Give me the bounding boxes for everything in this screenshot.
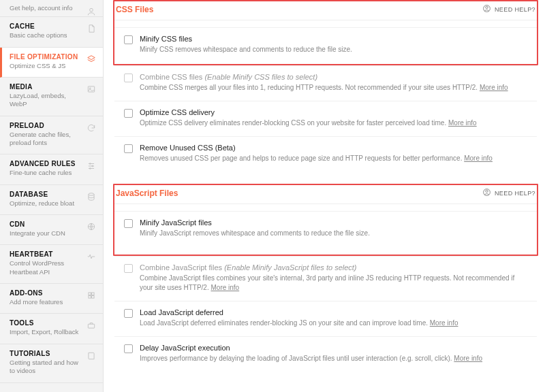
- checkbox[interactable]: [124, 144, 133, 153]
- checkbox[interactable]: [124, 35, 133, 44]
- css-section-header: CSS Files NEED HELP?: [114, 1, 537, 20]
- option-minify-js[interactable]: Minify JavaScript files Minify JavaScrip…: [114, 211, 537, 253]
- sidebar-item-addons[interactable]: ADD-ONS Add more features: [0, 284, 103, 314]
- js-section-title: JavaScript Files: [116, 189, 178, 198]
- svg-rect-15: [88, 325, 94, 329]
- image-icon: [87, 84, 96, 94]
- option-desc: Combine CSS merges all your files into 1…: [140, 83, 527, 93]
- option-desc: Combine JavaScript files combines your s…: [140, 274, 527, 293]
- sidebar-item-tutorials[interactable]: TUTORIALS Getting started and how to vid…: [0, 344, 103, 383]
- sidebar-item-file-optimization[interactable]: FILE OPTIMIZATION Optimize CSS & JS: [0, 48, 103, 78]
- option-title: Combine CSS files (Enable Minify CSS fil…: [140, 73, 527, 81]
- option-desc: Minify CSS removes whitespace and commen…: [140, 45, 527, 54]
- svg-point-17: [486, 6, 488, 8]
- checkbox[interactable]: [124, 264, 133, 273]
- more-info-link[interactable]: More info: [448, 119, 477, 127]
- option-title: Minify JavaScript files: [140, 218, 527, 227]
- help-icon: [482, 188, 491, 198]
- option-title: Delay JavaScript execution: [140, 344, 527, 352]
- checkbox[interactable]: [124, 219, 133, 228]
- refresh-icon: [87, 123, 96, 133]
- book-icon: [87, 351, 96, 361]
- more-info-link[interactable]: More info: [430, 319, 458, 327]
- option-desc: Optimize CSS delivery eliminates render-…: [140, 118, 527, 128]
- js-section-header: JavaScript Files NEED HELP?: [114, 185, 537, 204]
- sidebar-item-media[interactable]: MEDIA LazyLoad, embeds, WebP: [0, 78, 103, 116]
- sidebar-item-dashboard[interactable]: Get help, account info: [0, 0, 103, 17]
- more-info-link[interactable]: More info: [454, 355, 482, 362]
- svg-rect-12: [92, 293, 95, 295]
- sidebar-item-preload[interactable]: PRELOAD Generate cache files, preload fo…: [0, 116, 103, 155]
- globe-icon: [87, 222, 96, 231]
- help-icon: [482, 4, 491, 14]
- js-highlight-box: JavaScript Files NEED HELP? Minify JavaS…: [113, 184, 538, 256]
- more-info-link[interactable]: More info: [480, 84, 508, 91]
- option-title: Minify CSS files: [140, 35, 527, 43]
- option-combine-css[interactable]: Combine CSS files (Enable Minify CSS fil…: [114, 65, 537, 101]
- option-title: Load JavaScript deferred: [140, 308, 527, 316]
- file-icon: [87, 24, 96, 33]
- css-highlight-box: CSS Files NEED HELP? Minify CSS files Mi…: [113, 0, 538, 65]
- sidebar-item-database[interactable]: DATABASE Optimize, reduce bloat: [0, 185, 103, 215]
- svg-point-19: [486, 190, 488, 192]
- svg-point-9: [89, 193, 94, 196]
- sliders-icon: [87, 161, 96, 171]
- sidebar: Get help, account info CACHE Basic cache…: [0, 0, 104, 392]
- svg-point-0: [90, 8, 93, 12]
- option-optimize-css-delivery[interactable]: Optimize CSS delivery Optimize CSS deliv…: [114, 101, 537, 136]
- svg-rect-13: [89, 296, 91, 299]
- toolbox-icon: [87, 321, 96, 330]
- option-title: Combine JavaScript files (Enable Minify …: [140, 263, 527, 272]
- option-title: Optimize CSS delivery: [140, 108, 527, 116]
- option-desc: Minify JavaScript removes whitespace and…: [140, 229, 527, 238]
- sidebar-item-cdn[interactable]: CDN Integrate your CDN: [0, 215, 103, 245]
- heartbeat-icon: [87, 252, 96, 261]
- svg-rect-14: [92, 296, 95, 299]
- sidebar-item-cache[interactable]: CACHE Basic cache options: [0, 17, 103, 47]
- option-minify-css[interactable]: Minify CSS files Minify CSS removes whit…: [114, 27, 537, 63]
- option-desc: Load JavaScript deferred eliminates rend…: [140, 318, 527, 328]
- database-icon: [87, 192, 96, 201]
- option-desc: Improves performance by delaying the loa…: [140, 354, 527, 363]
- sidebar-item-advanced-rules[interactable]: ADVANCED RULES Fine-tune cache rules: [0, 154, 103, 184]
- puzzle-icon: [87, 291, 96, 300]
- option-remove-unused-css[interactable]: Remove Unused CSS (Beta) Removes unused …: [114, 136, 537, 172]
- option-desc: Removes unused CSS per page and helps to…: [140, 154, 527, 163]
- option-load-js-deferred[interactable]: Load JavaScript deferred Load JavaScript…: [114, 301, 537, 336]
- sidebar-item-heartbeat[interactable]: HEARTBEAT Control WordPress Heartbeat AP…: [0, 245, 103, 284]
- main-content: CSS Files NEED HELP? Minify CSS files Mi…: [104, 0, 545, 392]
- css-section-title: CSS Files: [116, 5, 153, 14]
- more-info-link[interactable]: More info: [464, 154, 493, 162]
- checkbox[interactable]: [124, 74, 133, 82]
- option-combine-js[interactable]: Combine JavaScript files (Enable Minify …: [114, 256, 537, 301]
- person-icon: [87, 7, 96, 16]
- checkbox[interactable]: [124, 344, 133, 353]
- svg-rect-1: [88, 86, 94, 92]
- layers-icon: [87, 54, 96, 64]
- checkbox[interactable]: [124, 309, 133, 318]
- checkbox[interactable]: [124, 109, 133, 118]
- need-help-css[interactable]: NEED HELP?: [482, 4, 535, 14]
- svg-rect-11: [89, 293, 91, 295]
- sidebar-item-tools[interactable]: TOOLS Import, Export, Rollback: [0, 314, 103, 344]
- more-info-link[interactable]: More info: [211, 284, 239, 291]
- need-help-js[interactable]: NEED HELP?: [482, 188, 535, 198]
- option-title: Remove Unused CSS (Beta): [140, 144, 527, 152]
- option-delay-js-execution[interactable]: Delay JavaScript execution Improves perf…: [114, 336, 537, 372]
